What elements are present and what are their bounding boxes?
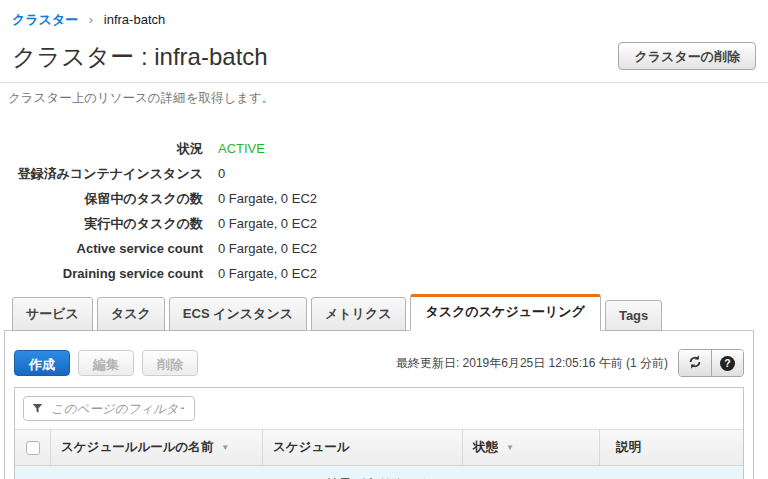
page-title: クラスター : infra-batch [12,42,268,72]
tab-tags[interactable]: Tags [605,300,662,331]
column-label: スケジュール [273,439,349,456]
column-label: 状態 [473,439,498,456]
tab-tasks[interactable]: タスク [97,297,165,331]
detail-label: Draining service count [0,266,203,281]
detail-label: 保留中のタスクの数 [0,190,203,208]
column-label: スケジュールルールの名前 [61,439,213,456]
scheduled-tasks-panel: 作成 編集 削除 最終更新日: 2019年6月25日 12:05:16 午前 (… [4,330,754,479]
breadcrumb-clusters-link[interactable]: クラスター [12,12,78,27]
column-header-description: 説明 [599,430,743,465]
detail-row-active-services: Active service count 0 Fargate, 0 EC2 [0,236,768,261]
empty-results-row: 結果がありません [15,466,743,479]
refresh-button[interactable] [679,350,711,376]
detail-value: 0 Fargate, 0 EC2 [218,216,317,231]
create-button[interactable]: 作成 [14,350,70,376]
cluster-details: 状況 ACTIVE 登録済みコンテナインスタンス 0 保留中のタスクの数 0 F… [0,136,768,286]
breadcrumb-current: infra-batch [104,12,165,27]
tab-ecs-instances[interactable]: ECS インスタンス [169,297,307,331]
detail-label: 登録済みコンテナインスタンス [0,165,203,183]
help-button[interactable]: ? [711,350,743,376]
last-updated-text: 最終更新日: 2019年6月25日 12:05:16 午前 (1 分前) [396,355,668,372]
delete-cluster-button[interactable]: クラスターの削除 [618,42,756,70]
icon-button-group: ? [678,349,744,377]
tab-scheduled-tasks[interactable]: タスクのスケジューリング [410,294,601,331]
column-header-schedule: スケジュール [262,430,462,465]
detail-value: 0 [218,166,225,181]
page-header: クラスター : infra-batch クラスターの削除 [0,29,768,72]
help-icon: ? [720,356,735,371]
tab-metrics[interactable]: メトリクス [311,297,406,331]
detail-value: 0 Fargate, 0 EC2 [218,266,317,281]
detail-row-pending-tasks: 保留中のタスクの数 0 Fargate, 0 EC2 [0,186,768,211]
detail-label: 実行中のタスクの数 [0,215,203,233]
detail-value: 0 Fargate, 0 EC2 [218,241,317,256]
status-value: ACTIVE [218,141,265,156]
sort-icon: ▼ [506,443,514,452]
breadcrumb-separator-icon: › [89,12,93,27]
filter-input[interactable] [49,401,186,417]
column-header-state[interactable]: 状態 ▼ [462,430,599,465]
delete-button[interactable]: 削除 [142,350,198,376]
detail-value: 0 Fargate, 0 EC2 [218,191,317,206]
column-header-rule-name[interactable]: スケジュールルールの名前 ▼ [50,430,262,465]
detail-label: Active service count [0,241,203,256]
toolbar: 作成 編集 削除 最終更新日: 2019年6月25日 12:05:16 午前 (… [5,331,753,377]
sort-icon: ▼ [221,443,229,452]
scheduled-tasks-table: スケジュールルールの名前 ▼ スケジュール 状態 ▼ 説明 結果がありません [14,387,744,479]
detail-row-running-tasks: 実行中のタスクの数 0 Fargate, 0 EC2 [0,211,768,236]
detail-row-registered-instances: 登録済みコンテナインスタンス 0 [0,161,768,186]
select-all-cell [15,430,50,465]
filter-funnel-icon [32,403,43,414]
table-header-row: スケジュールルールの名前 ▼ スケジュール 状態 ▼ 説明 [15,429,743,466]
breadcrumb: クラスター › infra-batch [0,0,768,29]
select-all-checkbox[interactable] [26,441,40,455]
filter-box[interactable] [23,396,195,421]
filter-row [15,388,743,429]
detail-row-status: 状況 ACTIVE [0,136,768,161]
detail-row-draining-services: Draining service count 0 Fargate, 0 EC2 [0,261,768,286]
edit-button[interactable]: 編集 [78,350,134,376]
refresh-icon [687,354,703,373]
page-subtitle: クラスター上のリソースの詳細を取得します。 [0,83,768,107]
tab-services[interactable]: サービス [12,297,93,331]
tab-bar: サービス タスク ECS インスタンス メトリクス タスクのスケジューリング T… [0,294,768,331]
column-label: 説明 [616,439,641,456]
detail-label: 状況 [0,140,203,158]
